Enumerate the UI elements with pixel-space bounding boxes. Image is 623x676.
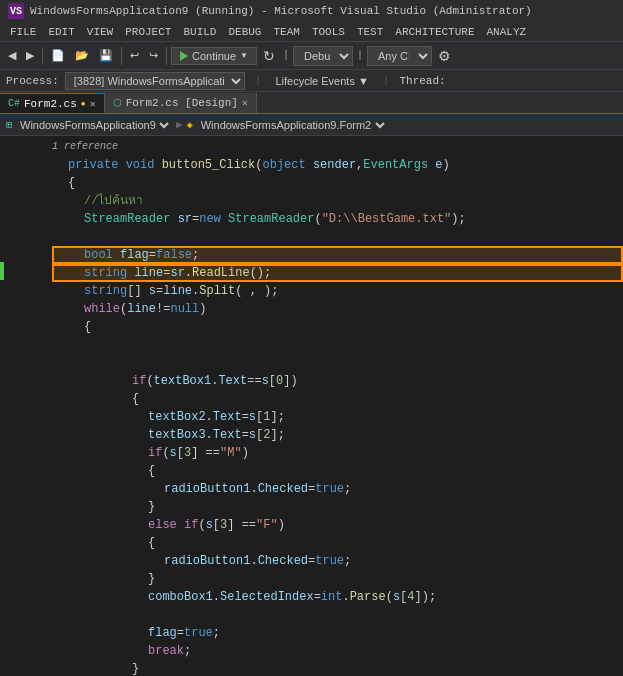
var-text3: Text (213, 426, 242, 444)
kw-true-3: true (184, 624, 213, 642)
punct-22: ]) (283, 372, 297, 390)
code-line-16: radioButton1 . Checked = true ; (52, 480, 623, 498)
code-line-24: break ; (52, 642, 623, 660)
code-line-ref: 1 reference (52, 138, 623, 156)
debug-config-select[interactable]: Debug (293, 46, 353, 66)
tab-design-close-button[interactable]: ✕ (242, 97, 248, 109)
thread-label: Thread: (399, 75, 445, 87)
refresh-button[interactable]: ↻ (259, 45, 279, 67)
continue-label: Continue (192, 50, 236, 62)
ref-label: 1 reference (52, 138, 118, 156)
continue-dropdown-icon[interactable]: ▼ (240, 51, 248, 60)
tab-close-button[interactable]: ✕ (90, 98, 96, 110)
code-line-21: } (52, 570, 623, 588)
var-sr-2: sr (170, 264, 184, 282)
menu-tools[interactable]: TOOLS (306, 24, 351, 40)
kw-break: break (148, 642, 184, 660)
open-file-button[interactable]: 📂 (71, 45, 93, 67)
lifecycle-button[interactable]: Lifecycle Events ▼ (271, 74, 372, 88)
var-radio1: radioButton1 (164, 480, 250, 498)
menu-file[interactable]: FILE (4, 24, 42, 40)
punct-12: = (156, 282, 163, 300)
punct-31: ( (162, 444, 169, 462)
left-gutter (0, 136, 14, 676)
punct-26: ]; (270, 408, 284, 426)
cpu-select[interactable]: Any CPU (367, 46, 432, 66)
var-s3: s (170, 444, 177, 462)
redo-button[interactable]: ↪ (145, 45, 162, 67)
punct-bracket: [] (127, 282, 141, 300)
num-3: 3 (184, 444, 191, 462)
punct-45: . (213, 588, 220, 606)
menu-debug[interactable]: DEBUG (222, 24, 267, 40)
punct-28: = (242, 426, 249, 444)
punct-1: ( (255, 156, 262, 174)
method-parse: Parse (350, 588, 386, 606)
menu-analyze[interactable]: ANALYZ (481, 24, 533, 40)
code-line-7: string [] s = line . Split ( , ); (52, 282, 623, 300)
breadcrumb-class-select[interactable]: WindowsFormsApplication9.Form2 (197, 118, 388, 132)
code-line-blank-4 (52, 606, 623, 624)
punct-14: ( , ); (235, 282, 278, 300)
tab-modified-dot: ● (81, 99, 86, 108)
tab-form2-design[interactable]: ⬡ Form2.cs [Design] ✕ (105, 93, 257, 113)
code-content[interactable]: 1 reference private void button5_Click (… (44, 136, 623, 676)
breadcrumb-project-select[interactable]: WindowsFormsApplication9 (16, 118, 172, 132)
menu-edit[interactable]: EDIT (42, 24, 80, 40)
code-line-9: { (52, 318, 623, 336)
menu-test[interactable]: TEST (351, 24, 389, 40)
code-line-12: textBox2 . Text = s [ 1 ]; (52, 408, 623, 426)
punct-36: = (308, 480, 315, 498)
code-line-blank-2 (52, 336, 623, 354)
var-text2: Text (213, 408, 242, 426)
design-icon: ⬡ (113, 97, 122, 109)
kw-if: if (132, 372, 146, 390)
process-bar: Process: [3828] WindowsFormsApplication!… (0, 70, 623, 92)
punct-17: ) (199, 300, 206, 318)
line-numbers (14, 136, 44, 676)
separator-2 (121, 47, 122, 65)
var-flag-2: flag (148, 624, 177, 642)
code-line-blank-3 (52, 354, 623, 372)
separator-pipe: | (281, 50, 291, 61)
code-line-10: if ( textBox1 . Text == s [ 0 ]) (52, 372, 623, 390)
punct-6: ); (451, 210, 465, 228)
code-line-13: textBox3 . Text = s [ 2 ]; (52, 426, 623, 444)
tab-form2-cs[interactable]: C# Form2.cs ● ✕ (0, 93, 105, 113)
code-line-14: if ( s [ 3 ] == "M" ) (52, 444, 623, 462)
str-f: "F" (256, 516, 278, 534)
back-button[interactable]: ◀ (4, 45, 20, 67)
undo-button[interactable]: ↩ (126, 45, 143, 67)
menu-build[interactable]: BUILD (177, 24, 222, 40)
menu-view[interactable]: VIEW (81, 24, 119, 40)
menu-project[interactable]: PROJECT (119, 24, 177, 40)
num-4: 4 (407, 588, 414, 606)
kw-private: private (68, 156, 118, 174)
settings-button[interactable]: ⚙ (434, 45, 455, 67)
code-line-25: } (52, 660, 623, 676)
code-line-blank-1 (52, 228, 623, 246)
var-s3-2: s (206, 516, 213, 534)
toolbar: ◀ ▶ 📄 📂 💾 ↩ ↪ Continue ▼ ↻ | Debug | Any… (0, 42, 623, 70)
punct-24: = (242, 408, 249, 426)
forward-button[interactable]: ▶ (22, 45, 38, 67)
var-radio1-2: radioButton1 (164, 552, 250, 570)
punct-10: . (185, 264, 192, 282)
continue-button[interactable]: Continue ▼ (171, 47, 257, 65)
punct-33: ] == (191, 444, 220, 462)
code-line-1: private void button5_Click ( object send… (52, 156, 623, 174)
method-readline: ReadLine (192, 264, 250, 282)
var-text1: Text (218, 372, 247, 390)
menu-architecture[interactable]: ARCHITECTURE (389, 24, 480, 40)
var-line-3: line (127, 300, 156, 318)
new-file-button[interactable]: 📄 (47, 45, 69, 67)
punct-34: ) (242, 444, 249, 462)
process-select[interactable]: [3828] WindowsFormsApplication! (65, 72, 245, 90)
save-button[interactable]: 💾 (95, 45, 117, 67)
punct-30: ]; (270, 426, 284, 444)
kw-bool: bool (84, 246, 113, 264)
var-textbox1: textBox1 (154, 372, 212, 390)
menu-team[interactable]: TEAM (267, 24, 305, 40)
punct-44: ; (344, 552, 351, 570)
code-line-19: { (52, 534, 623, 552)
